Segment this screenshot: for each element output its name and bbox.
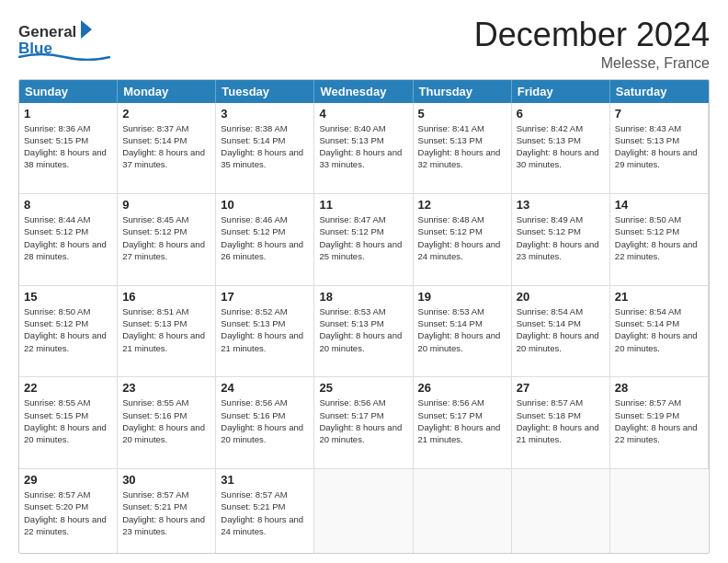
- day-number: 17: [221, 290, 309, 304]
- month-title: December 2024: [474, 17, 710, 53]
- calendar-cell: 31Sunrise: 8:57 AM Sunset: 5:21 PM Dayli…: [216, 469, 314, 554]
- day-info: Sunrise: 8:43 AM Sunset: 5:13 PM Dayligh…: [615, 122, 703, 171]
- header: General Blue December 2024 Melesse, Fran…: [18, 17, 710, 72]
- day-number: 24: [221, 381, 309, 395]
- day-info: Sunrise: 8:52 AM Sunset: 5:13 PM Dayligh…: [221, 305, 309, 354]
- calendar-cell: 8Sunrise: 8:44 AM Sunset: 5:12 PM Daylig…: [19, 194, 118, 286]
- day-info: Sunrise: 8:41 AM Sunset: 5:13 PM Dayligh…: [418, 122, 506, 171]
- day-number: 30: [122, 473, 210, 487]
- day-info: Sunrise: 8:55 AM Sunset: 5:15 PM Dayligh…: [24, 396, 112, 445]
- day-number: 15: [24, 290, 112, 304]
- calendar-cell: 13Sunrise: 8:49 AM Sunset: 5:12 PM Dayli…: [512, 194, 610, 286]
- day-number: 6: [517, 107, 605, 121]
- day-info: Sunrise: 8:37 AM Sunset: 5:14 PM Dayligh…: [122, 122, 210, 171]
- day-info: Sunrise: 8:57 AM Sunset: 5:18 PM Dayligh…: [517, 396, 605, 445]
- day-info: Sunrise: 8:57 AM Sunset: 5:19 PM Dayligh…: [615, 396, 703, 445]
- calendar-cell: 15Sunrise: 8:50 AM Sunset: 5:12 PM Dayli…: [19, 286, 118, 378]
- day-number: 25: [319, 381, 407, 395]
- day-info: Sunrise: 8:55 AM Sunset: 5:16 PM Dayligh…: [122, 396, 210, 445]
- day-info: Sunrise: 8:53 AM Sunset: 5:14 PM Dayligh…: [418, 305, 506, 354]
- calendar-cell: [610, 469, 709, 554]
- calendar-cell: 17Sunrise: 8:52 AM Sunset: 5:13 PM Dayli…: [216, 286, 314, 378]
- calendar-cell: 20Sunrise: 8:54 AM Sunset: 5:14 PM Dayli…: [512, 286, 610, 378]
- logo-svg: General Blue: [18, 17, 110, 61]
- day-info: Sunrise: 8:42 AM Sunset: 5:13 PM Dayligh…: [517, 122, 605, 171]
- calendar-cell: [414, 469, 512, 554]
- day-number: 31: [221, 473, 309, 487]
- calendar-cell: 26Sunrise: 8:56 AM Sunset: 5:17 PM Dayli…: [414, 377, 512, 469]
- day-info: Sunrise: 8:46 AM Sunset: 5:12 PM Dayligh…: [221, 213, 309, 262]
- header-day-friday: Friday: [512, 80, 610, 103]
- day-number: 19: [418, 290, 506, 304]
- calendar-cell: 6Sunrise: 8:42 AM Sunset: 5:13 PM Daylig…: [512, 103, 610, 195]
- calendar-cell: 21Sunrise: 8:54 AM Sunset: 5:14 PM Dayli…: [610, 286, 709, 378]
- day-number: 10: [221, 198, 309, 212]
- calendar-cell: [314, 469, 413, 554]
- day-info: Sunrise: 8:45 AM Sunset: 5:12 PM Dayligh…: [122, 213, 210, 262]
- day-number: 1: [24, 107, 112, 121]
- calendar-cell: [512, 469, 610, 554]
- calendar-cell: 30Sunrise: 8:57 AM Sunset: 5:21 PM Dayli…: [118, 469, 216, 554]
- calendar-cell: 9Sunrise: 8:45 AM Sunset: 5:12 PM Daylig…: [118, 194, 216, 286]
- day-number: 16: [122, 290, 210, 304]
- calendar-cell: 23Sunrise: 8:55 AM Sunset: 5:16 PM Dayli…: [118, 377, 216, 469]
- calendar-header: SundayMondayTuesdayWednesdayThursdayFrid…: [19, 80, 709, 103]
- location: Melesse, France: [474, 55, 710, 72]
- day-number: 22: [24, 381, 112, 395]
- day-number: 3: [221, 107, 309, 121]
- day-info: Sunrise: 8:56 AM Sunset: 5:16 PM Dayligh…: [221, 396, 309, 445]
- calendar-cell: 24Sunrise: 8:56 AM Sunset: 5:16 PM Dayli…: [216, 377, 314, 469]
- day-info: Sunrise: 8:38 AM Sunset: 5:14 PM Dayligh…: [221, 122, 309, 171]
- calendar-cell: 19Sunrise: 8:53 AM Sunset: 5:14 PM Dayli…: [414, 286, 512, 378]
- header-day-tuesday: Tuesday: [216, 80, 314, 103]
- calendar-cell: 14Sunrise: 8:50 AM Sunset: 5:12 PM Dayli…: [610, 194, 709, 286]
- day-number: 13: [517, 198, 605, 212]
- calendar-cell: 27Sunrise: 8:57 AM Sunset: 5:18 PM Dayli…: [512, 377, 610, 469]
- day-number: 21: [615, 290, 703, 304]
- header-day-monday: Monday: [118, 80, 216, 103]
- day-number: 23: [122, 381, 210, 395]
- day-info: Sunrise: 8:49 AM Sunset: 5:12 PM Dayligh…: [517, 213, 605, 262]
- day-info: Sunrise: 8:56 AM Sunset: 5:17 PM Dayligh…: [418, 396, 506, 445]
- calendar-cell: 10Sunrise: 8:46 AM Sunset: 5:12 PM Dayli…: [216, 194, 314, 286]
- calendar-cell: 25Sunrise: 8:56 AM Sunset: 5:17 PM Dayli…: [314, 377, 413, 469]
- day-info: Sunrise: 8:53 AM Sunset: 5:13 PM Dayligh…: [319, 305, 407, 354]
- header-day-sunday: Sunday: [19, 80, 118, 103]
- calendar-cell: 11Sunrise: 8:47 AM Sunset: 5:12 PM Dayli…: [314, 194, 413, 286]
- svg-text:General: General: [18, 23, 76, 40]
- calendar-cell: 7Sunrise: 8:43 AM Sunset: 5:13 PM Daylig…: [610, 103, 709, 195]
- day-number: 18: [319, 290, 407, 304]
- header-day-thursday: Thursday: [414, 80, 512, 103]
- day-number: 26: [418, 381, 506, 395]
- calendar-cell: 16Sunrise: 8:51 AM Sunset: 5:13 PM Dayli…: [118, 286, 216, 378]
- day-info: Sunrise: 8:57 AM Sunset: 5:20 PM Dayligh…: [24, 488, 112, 537]
- header-day-wednesday: Wednesday: [314, 80, 413, 103]
- day-number: 20: [517, 290, 605, 304]
- day-info: Sunrise: 8:36 AM Sunset: 5:15 PM Dayligh…: [24, 122, 112, 171]
- day-info: Sunrise: 8:57 AM Sunset: 5:21 PM Dayligh…: [122, 488, 210, 537]
- calendar-cell: 18Sunrise: 8:53 AM Sunset: 5:13 PM Dayli…: [314, 286, 413, 378]
- title-block: December 2024 Melesse, France: [474, 17, 710, 72]
- day-info: Sunrise: 8:57 AM Sunset: 5:21 PM Dayligh…: [221, 488, 309, 537]
- day-info: Sunrise: 8:56 AM Sunset: 5:17 PM Dayligh…: [319, 396, 407, 445]
- svg-marker-3: [81, 20, 92, 39]
- calendar-cell: 5Sunrise: 8:41 AM Sunset: 5:13 PM Daylig…: [414, 103, 512, 195]
- day-number: 29: [24, 473, 112, 487]
- day-number: 12: [418, 198, 506, 212]
- day-info: Sunrise: 8:50 AM Sunset: 5:12 PM Dayligh…: [615, 213, 703, 262]
- day-number: 4: [319, 107, 407, 121]
- page: General Blue December 2024 Melesse, Fran…: [0, 0, 728, 563]
- day-number: 28: [615, 381, 703, 395]
- calendar-cell: 3Sunrise: 8:38 AM Sunset: 5:14 PM Daylig…: [216, 103, 314, 195]
- day-info: Sunrise: 8:51 AM Sunset: 5:13 PM Dayligh…: [122, 305, 210, 354]
- calendar-cell: 22Sunrise: 8:55 AM Sunset: 5:15 PM Dayli…: [19, 377, 118, 469]
- calendar-body: 1Sunrise: 8:36 AM Sunset: 5:15 PM Daylig…: [19, 103, 709, 554]
- day-info: Sunrise: 8:47 AM Sunset: 5:12 PM Dayligh…: [319, 213, 407, 262]
- calendar-cell: 2Sunrise: 8:37 AM Sunset: 5:14 PM Daylig…: [118, 103, 216, 195]
- day-info: Sunrise: 8:44 AM Sunset: 5:12 PM Dayligh…: [24, 213, 112, 262]
- calendar-cell: 4Sunrise: 8:40 AM Sunset: 5:13 PM Daylig…: [314, 103, 413, 195]
- day-number: 5: [418, 107, 506, 121]
- day-number: 8: [24, 198, 112, 212]
- day-info: Sunrise: 8:48 AM Sunset: 5:12 PM Dayligh…: [418, 213, 506, 262]
- calendar-cell: 12Sunrise: 8:48 AM Sunset: 5:12 PM Dayli…: [414, 194, 512, 286]
